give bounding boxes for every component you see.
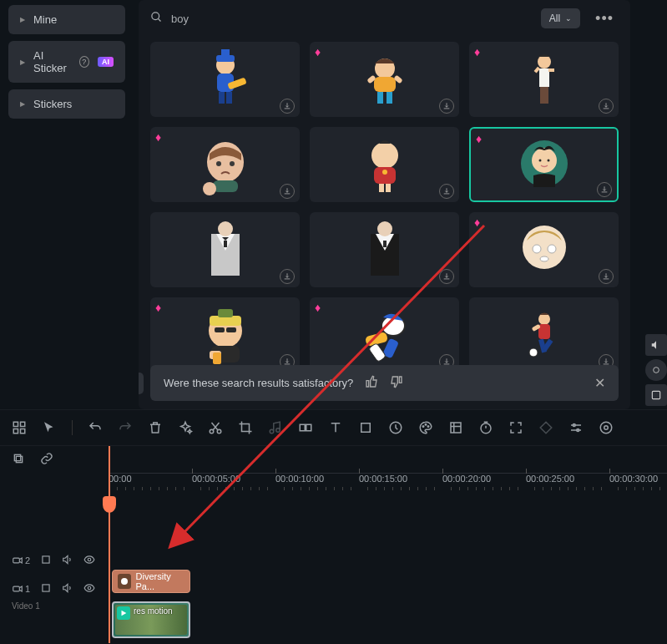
mute-button[interactable] — [645, 334, 667, 356]
track-eye-icon[interactable] — [83, 554, 95, 567]
premium-icon: ♦ — [155, 130, 161, 144]
boy-sticker-icon — [356, 217, 414, 282]
download-button[interactable] — [597, 182, 612, 197]
svg-point-30 — [382, 170, 387, 175]
track-mute-icon[interactable] — [62, 554, 73, 567]
sticker-grid: ♦ ♦ ♦ ♦ — [139, 37, 630, 378]
delete-button[interactable] — [148, 420, 163, 435]
clip-label: Diversity Pa... — [136, 571, 184, 591]
svg-rect-73 — [361, 423, 371, 433]
adjust-tool[interactable] — [568, 420, 584, 435]
more-tool[interactable] — [599, 420, 614, 435]
cut-tool[interactable] — [208, 420, 223, 435]
ai-tool[interactable] — [178, 420, 193, 435]
svg-rect-17 — [533, 67, 540, 74]
sticker-tile[interactable] — [310, 212, 459, 287]
download-button[interactable] — [280, 269, 295, 284]
svg-rect-72 — [306, 424, 311, 431]
track-cam-icon[interactable]: 1 — [12, 583, 30, 595]
svg-rect-29 — [386, 184, 391, 192]
track-box-icon[interactable] — [40, 554, 52, 567]
track-eye-icon[interactable] — [83, 582, 95, 596]
boy-sticker-icon — [515, 132, 574, 197]
download-button[interactable] — [439, 184, 454, 199]
time-ruler[interactable]: 00:0000:00:05:0000:00:10:0000:00:15:0000… — [109, 473, 667, 496]
sidebar-item-stickers[interactable]: ▶ Stickers — [8, 89, 125, 119]
redo-button[interactable] — [118, 420, 133, 435]
sticker-tile[interactable]: ♦ — [150, 297, 300, 373]
svg-rect-93 — [13, 586, 20, 591]
playhead[interactable] — [109, 446, 110, 643]
premium-icon: ♦ — [315, 45, 321, 58]
crop-tool[interactable] — [238, 420, 253, 435]
preview-column — [635, 0, 667, 409]
svg-rect-49 — [226, 327, 236, 332]
download-button[interactable] — [280, 99, 295, 114]
download-button[interactable] — [439, 269, 454, 284]
svg-rect-16 — [539, 68, 549, 87]
svg-point-57 — [538, 313, 550, 325]
sidebar-item-mine[interactable]: ▶ Mine — [8, 5, 125, 34]
track-box-icon[interactable] — [40, 582, 52, 596]
sidebar: ▶ Mine ▶ AI Sticker ? AI ▶ Stickers — [0, 0, 134, 409]
track-cam-icon[interactable]: 2 — [12, 555, 30, 566]
sticker-tile[interactable]: ♦ — [310, 297, 459, 373]
markers-tool[interactable] — [448, 420, 463, 435]
playhead-handle[interactable] — [103, 496, 116, 513]
sticker-tile[interactable]: ♦ — [469, 42, 619, 117]
duplicate-button[interactable] — [12, 452, 25, 468]
box-tool[interactable] — [358, 420, 373, 435]
download-button[interactable] — [439, 99, 454, 114]
close-feedback-button[interactable]: ✕ — [594, 375, 605, 391]
record-button[interactable] — [645, 359, 667, 381]
sticker-tile[interactable]: ♦ — [150, 127, 300, 202]
download-button[interactable] — [599, 99, 614, 114]
video-clip[interactable]: res motion — [112, 601, 190, 638]
separator — [72, 420, 73, 435]
thumbs-up-button[interactable] — [365, 375, 378, 391]
sticker-tile[interactable]: ♦ — [469, 212, 619, 287]
svg-rect-4 — [221, 49, 230, 56]
svg-point-96 — [121, 578, 128, 585]
link-button[interactable] — [40, 452, 53, 468]
sticker-tile[interactable]: ♦ — [310, 42, 459, 117]
keyframe-tool[interactable] — [538, 420, 553, 435]
timeline-controls — [0, 446, 667, 473]
sticker-tile[interactable] — [310, 127, 459, 202]
svg-rect-48 — [215, 327, 225, 332]
collapse-sidebar-button[interactable]: ‹ — [139, 373, 144, 394]
download-button[interactable] — [599, 269, 614, 284]
help-icon[interactable]: ? — [79, 56, 89, 68]
timer-tool[interactable] — [478, 420, 493, 435]
expand-tool[interactable] — [508, 420, 523, 435]
svg-rect-18 — [548, 68, 554, 72]
track-mute-icon[interactable] — [62, 582, 73, 596]
filter-dropdown[interactable]: All ⌄ — [541, 8, 580, 28]
sticker-tile[interactable] — [150, 42, 300, 117]
sticker-tile[interactable] — [469, 297, 619, 373]
thumbs-down-button[interactable] — [390, 375, 403, 391]
select-tool[interactable] — [42, 420, 57, 435]
search-input[interactable]: boy — [150, 11, 531, 26]
svg-rect-20 — [544, 87, 548, 104]
svg-rect-10 — [374, 77, 396, 92]
sticker-tile[interactable] — [150, 212, 300, 287]
svg-point-25 — [203, 182, 216, 195]
sticker-tile-selected[interactable]: ♦ — [469, 127, 619, 202]
boy-sticker-icon — [515, 302, 574, 368]
timeline: 00:0000:00:05:0000:00:10:0000:00:15:0000… — [0, 446, 667, 643]
text-tool[interactable] — [328, 420, 343, 435]
download-button[interactable] — [280, 184, 295, 199]
boy-sticker-icon — [356, 47, 414, 112]
more-menu[interactable]: ••• — [590, 10, 619, 28]
color-tool[interactable] — [418, 420, 433, 435]
audio-tool[interactable] — [268, 420, 283, 435]
settings-button[interactable] — [645, 384, 667, 406]
transition-tool[interactable] — [298, 420, 313, 435]
sticker-clip[interactable]: Diversity Pa... — [112, 570, 190, 593]
undo-button[interactable] — [88, 420, 103, 435]
speed-tool[interactable] — [388, 420, 403, 435]
sidebar-item-ai-sticker[interactable]: ▶ AI Sticker ? AI — [8, 41, 125, 83]
boy-sticker-icon — [356, 302, 414, 368]
grid-tool[interactable] — [12, 420, 27, 435]
